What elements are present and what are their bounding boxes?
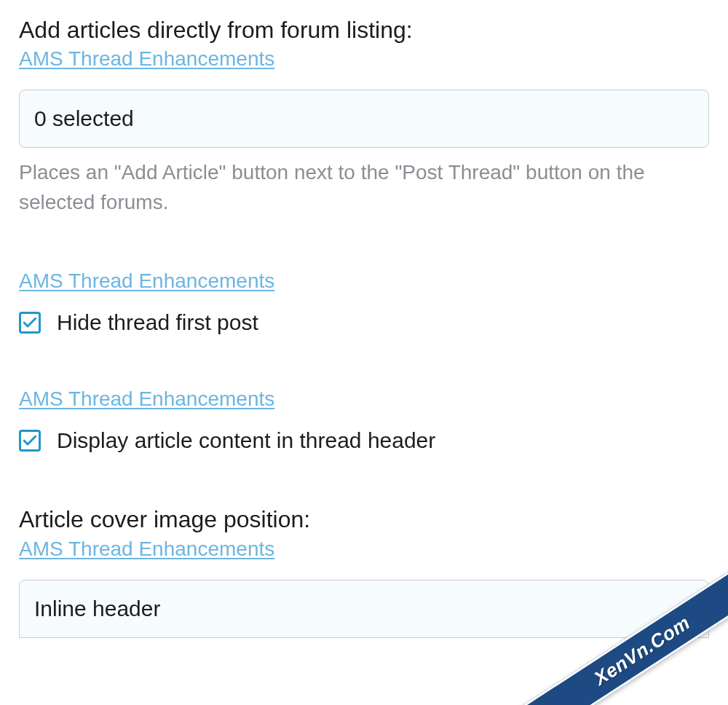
add-articles-help: Places an "Add Article" button next to t… — [19, 158, 709, 217]
display-article-checkbox[interactable]: Display article content in thread header — [19, 428, 709, 453]
add-articles-link[interactable]: AMS Thread Enhancements — [19, 47, 274, 71]
hide-first-post-checkbox[interactable]: Hide thread first post — [19, 310, 709, 335]
checkbox-icon — [19, 312, 41, 334]
cover-position-title: Article cover image position: — [19, 504, 709, 535]
checkbox-icon — [19, 430, 41, 452]
cover-position-link[interactable]: AMS Thread Enhancements — [19, 537, 274, 561]
forum-multiselect[interactable]: 0 selected — [19, 90, 709, 148]
section-display-article: AMS Thread Enhancements Display article … — [19, 386, 709, 453]
section-hide-first-post: AMS Thread Enhancements Hide thread firs… — [19, 268, 709, 335]
check-icon — [23, 436, 36, 446]
section-add-articles: Add articles directly from forum listing… — [19, 15, 709, 217]
hide-first-post-link[interactable]: AMS Thread Enhancements — [19, 269, 274, 293]
display-article-label: Display article content in thread header — [57, 428, 435, 453]
hide-first-post-label: Hide thread first post — [57, 310, 258, 335]
cover-position-dropdown[interactable]: Inline header — [19, 580, 709, 638]
check-icon — [23, 318, 36, 328]
section-cover-position: Article cover image position: AMS Thread… — [19, 504, 709, 637]
cover-position-value: Inline header — [19, 580, 709, 638]
add-articles-title: Add articles directly from forum listing… — [19, 15, 709, 46]
display-article-link[interactable]: AMS Thread Enhancements — [19, 387, 274, 411]
